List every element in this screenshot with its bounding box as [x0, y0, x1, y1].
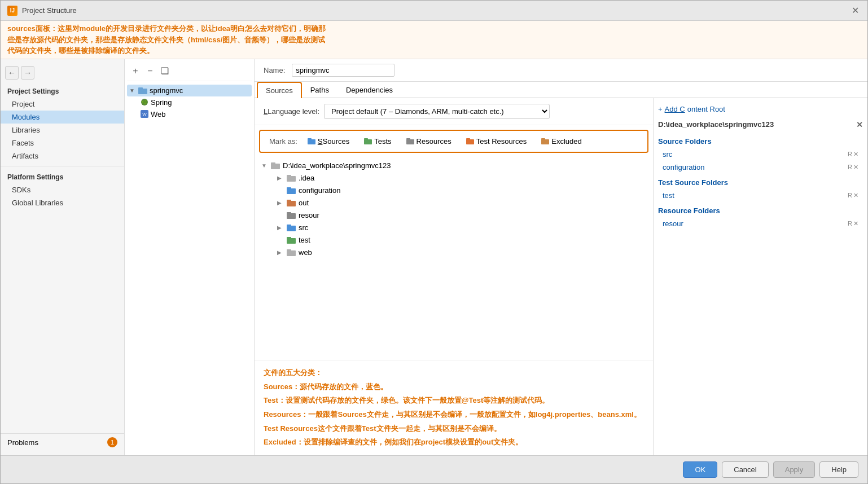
filetree-src[interactable]: ▶ src — [259, 222, 648, 234]
tree-item-spring[interactable]: 🌿 Spring — [127, 96, 252, 108]
add-content-root-link[interactable]: + Add Content Root — [658, 103, 863, 116]
nav-forward-button[interactable]: → — [21, 66, 34, 80]
problems-section[interactable]: Problems 1 — [1, 433, 124, 451]
tree-arrow: ▼ — [129, 87, 138, 94]
resource-folder-resour-actions: R ✕ — [848, 220, 858, 227]
close-button[interactable]: ✕ — [852, 6, 861, 15]
web-folder-icon — [286, 248, 296, 257]
filetree-web-label: web — [299, 248, 312, 257]
filetree-idea[interactable]: ▶ .idea — [259, 172, 648, 184]
root-folder-icon — [270, 161, 280, 170]
annotation-area: 文件的五大分类： Sources：源代码存放的文件，蓝色。 Test：设置测试代… — [255, 360, 653, 455]
svg-rect-21 — [287, 187, 291, 189]
source-folder-src-actions: R ✕ — [848, 151, 858, 158]
sources-underline: SSources — [318, 137, 349, 146]
resource-folder-resour-name[interactable]: resour — [663, 219, 683, 228]
test-desc: Test：设置测试代码存放的文件夹，绿色。该文件下一般放置@Test等注解的测试… — [264, 394, 644, 408]
test-action-x[interactable]: ✕ — [853, 192, 858, 199]
project-structure-window: IJ Project Structure ✕ sources面板：这里对modu… — [0, 0, 868, 484]
cancel-button[interactable]: Cancel — [722, 461, 768, 478]
sidebar-item-libraries[interactable]: Libraries — [1, 124, 124, 137]
sidebar-item-facets[interactable]: Facets — [1, 137, 124, 149]
remove-root-button[interactable]: ✕ — [856, 120, 863, 129]
apply-button[interactable]: Apply — [773, 461, 816, 478]
sources-desc: Sources：源代码存放的文件，蓝色。 — [264, 380, 644, 394]
sidebar-item-modules[interactable]: Modules — [1, 111, 124, 124]
test-folder-test-name[interactable]: test — [663, 191, 674, 200]
add-content-root-rest: ontent Root — [687, 105, 725, 113]
tab-sources[interactable]: Sources — [257, 82, 302, 98]
copy-module-button[interactable]: ❑ — [159, 65, 171, 77]
mark-as-resources-button[interactable]: Resources — [402, 135, 456, 147]
tree-item-web[interactable]: W Web — [127, 108, 252, 120]
mark-as-tests-button[interactable]: Tests — [360, 135, 396, 147]
filetree-resour-label: resour — [299, 211, 319, 219]
language-level-label: LLanguage level: — [264, 107, 319, 116]
svg-rect-28 — [287, 238, 296, 244]
language-level-row: LLanguage level: Project default (7 – Di… — [255, 98, 653, 125]
svg-rect-15 — [541, 138, 545, 140]
test-action-r[interactable]: R — [848, 192, 852, 199]
filetree-web[interactable]: ▶ web — [259, 247, 648, 259]
config-action-x[interactable]: ✕ — [853, 164, 858, 171]
src-action-r[interactable]: R — [848, 151, 852, 158]
svg-rect-27 — [287, 225, 291, 226]
bottom-bar: OK Cancel Apply Help — [1, 455, 867, 483]
svg-rect-1 — [138, 87, 143, 89]
language-level-select[interactable]: Project default (7 – Diamonds, ARM, mult… — [324, 104, 550, 119]
source-folder-src-name[interactable]: src — [663, 150, 672, 159]
title-bar-left: IJ Project Structure — [7, 6, 77, 16]
sidebar-item-global-libraries[interactable]: Global Libraries — [1, 196, 124, 209]
sidebar: ← → Project Settings Project Modules Lib… — [1, 59, 125, 456]
mark-as-excluded-button[interactable]: Excluded — [537, 135, 586, 147]
add-module-button[interactable]: + — [129, 65, 142, 77]
src-action-x[interactable]: ✕ — [853, 151, 858, 158]
name-label: Name: — [264, 66, 285, 74]
svg-text:🌿: 🌿 — [142, 99, 147, 105]
test-resources-desc: Test Resources这个文件跟着Test文件夹一起走，与其区别是不会编译… — [264, 422, 644, 436]
svg-rect-24 — [287, 213, 296, 219]
svg-rect-17 — [271, 162, 275, 164]
test-resources-label: Test Resources — [476, 137, 527, 146]
sidebar-item-artifacts[interactable]: Artifacts — [1, 149, 124, 162]
tab-paths[interactable]: Paths — [302, 82, 337, 98]
tree-root-springmvc[interactable]: ▼ springmvc — [127, 85, 252, 96]
resour-action-r[interactable]: R — [848, 220, 852, 227]
mark-as-test-resources-button[interactable]: Test Resources — [462, 135, 532, 147]
filetree-src-label: src — [299, 223, 308, 232]
module-name-input[interactable] — [292, 64, 394, 77]
nav-back-button[interactable]: ← — [5, 66, 19, 80]
module-tree-panel: + − ❑ ▼ springmvc 🌿 — [125, 59, 255, 456]
svg-text:W: W — [142, 112, 147, 117]
config-action-r[interactable]: R — [848, 164, 852, 171]
excluded-desc: Excluded：设置排除编译查的文件，例如我们在project模块设置的out… — [264, 435, 644, 450]
tab-dependencies[interactable]: Dependencies — [337, 82, 401, 98]
ok-button[interactable]: OK — [683, 461, 717, 478]
filetree-configuration[interactable]: configuration — [259, 184, 648, 197]
filetree-out[interactable]: ▶ out — [259, 197, 648, 209]
file-tree-area: ▼ D:\idea_workplace\springmvc123 ▶ — [255, 157, 653, 360]
mark-as-sources-button[interactable]: SSources — [303, 135, 354, 147]
filetree-test[interactable]: test — [259, 234, 648, 247]
source-folder-configuration: configuration R ✕ — [658, 162, 863, 173]
help-button[interactable]: Help — [819, 461, 858, 478]
svg-rect-0 — [138, 89, 147, 94]
svg-rect-9 — [364, 138, 368, 140]
web-label: Web — [151, 110, 166, 118]
test-source-folders-title: Test Source Folders — [658, 175, 863, 188]
filetree-resour[interactable]: resour — [259, 209, 648, 222]
svg-rect-20 — [287, 188, 296, 194]
svg-rect-18 — [287, 176, 296, 182]
remove-module-button[interactable]: − — [144, 65, 156, 77]
resour-action-x[interactable]: ✕ — [853, 220, 858, 227]
resource-folders-title: Resource Folders — [658, 203, 863, 216]
module-header: Name: — [255, 59, 867, 82]
source-folder-config-name[interactable]: configuration — [663, 163, 704, 171]
title-bar: IJ Project Structure ✕ — [1, 1, 867, 21]
source-folders-title: Source Folders — [658, 134, 863, 147]
sidebar-item-project[interactable]: Project — [1, 98, 124, 111]
filetree-root[interactable]: ▼ D:\idea_workplace\springmvc123 — [259, 160, 648, 172]
test-folder-test: test R ✕ — [658, 190, 863, 201]
platform-settings-header: Platform Settings — [1, 170, 124, 183]
sidebar-item-sdks[interactable]: SDKs — [1, 183, 124, 196]
